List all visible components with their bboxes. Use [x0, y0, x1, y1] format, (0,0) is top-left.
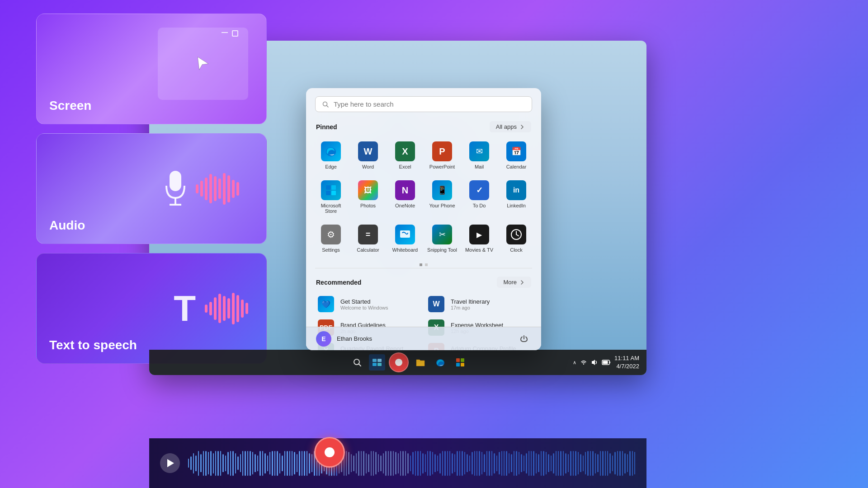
- record-button[interactable]: [389, 352, 409, 372]
- linkedin-app-icon: in: [506, 180, 526, 200]
- pinned-title: Pinned: [316, 123, 337, 131]
- whiteboard-icon-svg: [399, 228, 411, 241]
- record-stop-icon: [325, 447, 335, 457]
- travel-info: Travel Itinerary 17m ago: [451, 298, 529, 310]
- mail-app-icon: ✉: [469, 141, 489, 161]
- app-item-excel[interactable]: X Excel: [387, 137, 423, 174]
- onenote-app-icon: N: [395, 180, 415, 200]
- app-item-photos[interactable]: 🖼 Photos: [350, 176, 386, 218]
- app-item-todo[interactable]: ✓ To Do: [462, 176, 497, 218]
- taskbar: ∧ 11:11 AM 4/7/2022: [149, 350, 646, 375]
- power-icon: [519, 334, 528, 343]
- calendar-app-name: Calendar: [506, 164, 527, 169]
- app-item-settings[interactable]: ⚙ Settings: [313, 220, 349, 257]
- app-item-mail[interactable]: ✉ Mail: [462, 137, 497, 174]
- taskbar-widgets-button[interactable]: [369, 354, 385, 371]
- power-button[interactable]: [517, 332, 531, 346]
- all-apps-button[interactable]: All apps: [490, 121, 531, 132]
- linkedin-icon-symbol: in: [513, 186, 519, 194]
- t-icon: T: [174, 288, 196, 329]
- svg-line-13: [359, 364, 361, 366]
- app-item-word[interactable]: W Word: [350, 137, 386, 174]
- app-item-calculator[interactable]: = Calculator: [350, 220, 386, 257]
- date-text: 4/7/2022: [614, 362, 639, 371]
- settings-app-name: Settings: [322, 247, 340, 253]
- app-item-whiteboard[interactable]: Whiteboard: [387, 220, 423, 257]
- travel-name: Travel Itinerary: [451, 298, 529, 305]
- recommended-header: Recommended More: [306, 274, 541, 292]
- taskbar-store-button[interactable]: [452, 354, 468, 371]
- linkedin-app-name: LinkedIn: [507, 203, 526, 208]
- left-panel: Screen Audio: [36, 14, 267, 364]
- app-item-clock[interactable]: Clock: [499, 220, 534, 257]
- volume-icon: [591, 359, 598, 366]
- taskbar-center-icons: [327, 352, 468, 372]
- app-item-onenote[interactable]: N OneNote: [387, 176, 423, 218]
- movies-icon-symbol: ▶: [476, 230, 482, 239]
- svg-rect-21: [603, 361, 608, 364]
- user-info[interactable]: E Ethan Brooks: [316, 331, 372, 347]
- app-item-calendar[interactable]: 📅 Calendar: [499, 137, 534, 174]
- pinned-apps-grid: Edge W Word X Excel P PowerPoint ✉ Mail: [306, 137, 541, 262]
- ppt-icon-letter: P: [439, 146, 445, 157]
- taskbar-edge-button[interactable]: [432, 354, 448, 371]
- tts-card[interactable]: T Text to speech: [36, 253, 267, 364]
- app-item-linkedin[interactable]: in LinkedIn: [499, 176, 534, 218]
- excel-app-icon: X: [395, 141, 415, 161]
- screen-label: Screen: [49, 99, 91, 113]
- mail-icon-symbol: ✉: [476, 146, 483, 156]
- store-icon: [455, 357, 465, 367]
- section-divider: [315, 268, 532, 268]
- app-item-powerpoint[interactable]: P PowerPoint: [425, 137, 460, 174]
- svg-rect-15: [456, 358, 460, 362]
- excel-icon-letter: X: [402, 146, 408, 157]
- expand-tray-button[interactable]: ∧: [573, 360, 576, 366]
- todo-icon-symbol: ✓: [476, 185, 483, 195]
- word-app-icon: W: [358, 141, 378, 161]
- more-button[interactable]: More: [497, 277, 531, 288]
- rec-item-get-started[interactable]: 💙 Get Started Welcome to Windows: [313, 292, 424, 316]
- screen-card[interactable]: Screen: [36, 14, 267, 124]
- app-item-your-phone[interactable]: 📱 Your Phone: [425, 176, 460, 218]
- app-item-edge[interactable]: Edge: [313, 137, 349, 174]
- maximize-decoration: [232, 30, 238, 37]
- audio-label: Audio: [49, 218, 85, 233]
- more-label: More: [503, 279, 517, 286]
- play-button[interactable]: [160, 453, 180, 473]
- snipping-icon-symbol: ✂: [439, 230, 446, 239]
- battery-icon: [602, 359, 611, 366]
- start-menu: Pinned All apps Edge W Word: [306, 88, 541, 350]
- store-app-icon: [321, 180, 341, 200]
- calendar-icon-symbol: 📅: [511, 146, 521, 156]
- play-icon: [167, 459, 174, 467]
- rec-item-travel[interactable]: W Travel Itinerary 17m ago: [424, 292, 534, 316]
- taskbar-search-button[interactable]: [349, 354, 365, 371]
- app-item-store[interactable]: Microsoft Store: [313, 176, 349, 218]
- travel-icon: W: [428, 296, 444, 312]
- phone-icon-symbol: 📱: [437, 185, 447, 195]
- audio-card[interactable]: Audio: [36, 133, 267, 244]
- search-bar[interactable]: [315, 96, 532, 112]
- record-button-container: [389, 352, 409, 372]
- whiteboard-app-icon: [395, 225, 415, 244]
- app-item-movies[interactable]: ▶ Movies & TV: [462, 220, 497, 257]
- svg-rect-27: [331, 185, 336, 190]
- taskbar-explorer-button[interactable]: [412, 354, 429, 371]
- calculator-app-name: Calculator: [357, 247, 379, 253]
- start-button[interactable]: [327, 353, 345, 371]
- photos-icon-symbol: 🖼: [364, 186, 372, 195]
- todo-app-icon: ✓: [469, 180, 489, 200]
- movies-app-icon: ▶: [469, 225, 489, 244]
- floating-record-button[interactable]: [314, 437, 345, 468]
- snipping-app-icon: ✂: [432, 225, 452, 244]
- get-started-info: Get Started Welcome to Windows: [340, 298, 419, 310]
- svg-rect-22: [609, 361, 610, 363]
- tts-waveform-decoration: [205, 293, 248, 324]
- edge-app-name: Edge: [325, 164, 337, 169]
- search-input[interactable]: [334, 100, 525, 108]
- word-icon-letter: W: [364, 146, 373, 157]
- microphone-decoration: [164, 169, 239, 209]
- app-item-snipping[interactable]: ✂ Snipping Tool: [425, 220, 460, 257]
- travel-time: 17m ago: [451, 305, 529, 310]
- phone-app-name: Your Phone: [429, 203, 455, 208]
